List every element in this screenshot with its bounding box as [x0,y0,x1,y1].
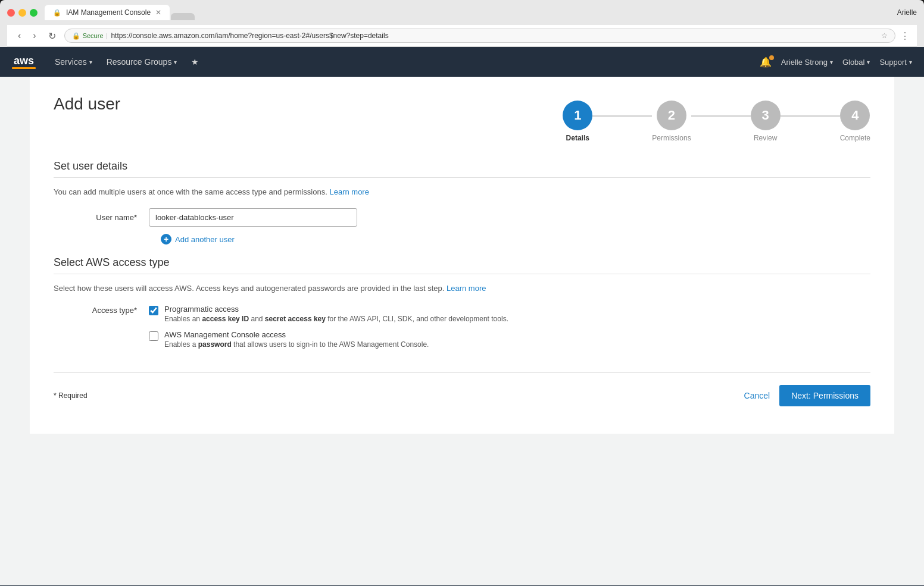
address-input[interactable]: 🔒 Secure | https://console.aws.amazon.co… [64,29,895,43]
aws-navbar: aws Services ▾ Resource Groups ▾ ★ 🔔 Ari… [0,47,924,77]
tab-title: IAM Management Console [66,8,151,17]
browser-menu-icon[interactable]: ⋮ [900,30,910,42]
bookmark-icon[interactable]: ☆ [881,32,888,40]
step-3: 3 Review [751,101,781,142]
step-4-label: Complete [840,134,870,142]
content-footer: * Required Cancel Next: Permissions [54,372,870,406]
access-type-title: Select AWS access type [54,256,870,269]
access-options: Programmatic access Enables an access ke… [149,305,508,349]
browser-titlebar: 🔒 IAM Management Console ✕ Arielle [7,5,917,20]
programmatic-access-checkbox[interactable] [149,306,158,315]
traffic-lights [7,9,38,17]
username-input[interactable] [149,208,357,227]
learn-more-link-1[interactable]: Learn more [329,187,369,196]
browser-tabs: 🔒 IAM Management Console ✕ [45,5,195,20]
nav-resource-groups[interactable]: Resource Groups ▾ [107,57,177,67]
step-3-circle: 3 [751,101,781,130]
aws-logo-bar [12,67,36,69]
username-row: User name* [54,208,870,227]
step-1: 1 Details [563,101,592,142]
required-note: * Required [54,391,88,400]
steps-container: 1 Details 2 Permissions 3 Review [563,101,870,142]
maximize-button[interactable] [30,9,38,17]
access-type-row: Access type* Programmatic access Enables… [54,305,870,349]
step-line-1-2 [592,115,652,117]
inactive-tab[interactable] [171,13,195,20]
username-label: User name* [54,213,149,222]
set-user-details-desc: You can add multiple users at once with … [54,187,870,196]
reload-button[interactable]: ↻ [45,29,60,43]
browser-chrome: 🔒 IAM Management Console ✕ Arielle ‹ › ↻… [0,0,924,47]
console-access-desc: Enables a password that allows users to … [164,340,429,349]
secure-indicator: 🔒 Secure | [72,32,108,40]
access-type-desc: Select how these users will access AWS. … [54,284,870,293]
step-4: 4 Complete [840,101,870,142]
add-user-plus-icon: + [161,234,171,245]
back-button[interactable]: ‹ [14,29,24,42]
set-user-details-title: Set user details [54,160,870,173]
nav-support-menu[interactable]: Support ▾ [879,58,912,67]
user-chevron-icon: ▾ [830,59,833,65]
console-access-text: AWS Management Console access Enables a … [164,330,429,349]
aws-logo-text: aws [14,55,34,66]
minimize-button[interactable] [18,9,26,17]
console-access-title: AWS Management Console access [164,330,429,339]
step-line-3-4 [781,115,840,117]
resource-groups-chevron-icon: ▾ [174,59,177,65]
lock-icon: 🔒 [72,32,80,40]
step-4-circle: 4 [840,101,870,130]
console-access-checkbox[interactable] [149,331,158,341]
support-chevron-icon: ▾ [909,59,912,65]
notifications-icon[interactable]: 🔔 [760,57,772,68]
nav-region-menu[interactable]: Global ▾ [842,58,870,67]
step-2-circle: 2 [657,101,686,130]
tab-close-icon[interactable]: ✕ [155,8,161,17]
add-another-user-button[interactable]: + Add another user [161,234,870,245]
address-url: https://console.aws.amazon.com/iam/home?… [111,32,388,40]
programmatic-access-desc: Enables an access key ID and secret acce… [164,315,508,323]
step-1-circle: 1 [563,101,592,130]
step-2-label: Permissions [652,134,691,142]
cancel-button[interactable]: Cancel [744,391,770,400]
password-bold: password [198,340,232,349]
set-user-details-section: Set user details You can add multiple us… [54,160,870,245]
step-2: 2 Permissions [652,101,691,142]
page-header: Add user 1 Details 2 Permissions [54,95,870,142]
browser-user: Arielle [897,8,917,17]
page-title: Add user [54,95,120,114]
nav-favorites-star[interactable]: ★ [191,57,199,67]
nav-right: 🔔 Arielle Strong ▾ Global ▾ Support ▾ [760,57,912,68]
programmatic-access-title: Programmatic access [164,305,508,314]
next-permissions-button[interactable]: Next: Permissions [779,385,870,406]
forward-button[interactable]: › [29,29,39,42]
services-chevron-icon: ▾ [89,59,92,65]
active-tab[interactable]: 🔒 IAM Management Console ✕ [45,5,170,20]
footer-actions: Cancel Next: Permissions [744,385,870,406]
step-line-2-3 [691,115,751,117]
access-type-section: Select AWS access type Select how these … [54,256,870,349]
region-chevron-icon: ▾ [867,59,870,65]
console-access-option: AWS Management Console access Enables a … [149,330,508,349]
programmatic-access-option: Programmatic access Enables an access ke… [149,305,508,323]
step-3-label: Review [754,134,777,142]
access-key-id-bold: access key ID [202,315,249,323]
access-type-label: Access type* [54,305,149,315]
close-button[interactable] [7,9,15,17]
secret-access-key-bold: secret access key [265,315,326,323]
programmatic-access-text: Programmatic access Enables an access ke… [164,305,508,323]
main-wrapper: Add user 1 Details 2 Permissions [0,77,924,585]
notification-badge [769,55,774,60]
nav-user-menu[interactable]: Arielle Strong ▾ [781,58,833,67]
step-1-label: Details [566,134,589,142]
tab-icon: 🔒 [53,9,61,17]
learn-more-link-2[interactable]: Learn more [447,284,486,293]
section-divider-1 [54,177,870,178]
section-divider-2 [54,274,870,274]
aws-logo[interactable]: aws [12,55,36,69]
nav-services[interactable]: Services ▾ [55,57,92,67]
address-bar: ‹ › ↻ 🔒 Secure | https://console.aws.ama… [7,25,917,47]
main-content: Add user 1 Details 2 Permissions [30,77,894,434]
